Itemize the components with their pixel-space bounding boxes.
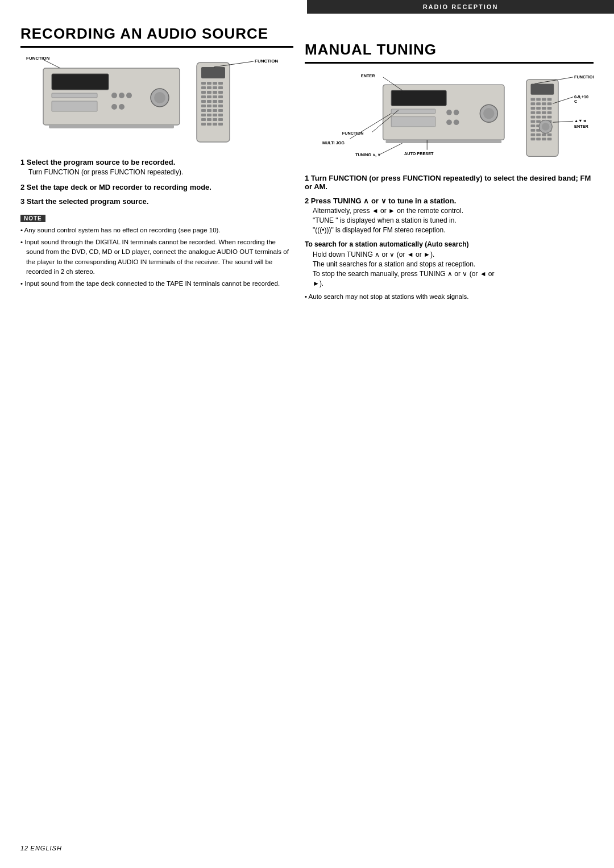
svg-rect-40 [213, 109, 217, 112]
svg-text:C: C [574, 99, 578, 104]
svg-point-5 [126, 93, 132, 98]
svg-rect-20 [213, 86, 217, 89]
svg-text:FUNCTION: FUNCTION [574, 74, 594, 80]
svg-rect-38 [201, 109, 206, 112]
svg-rect-29 [218, 95, 223, 98]
svg-text:ENTER: ENTER [361, 73, 375, 78]
right-title: Manual Tuning [305, 41, 594, 64]
svg-rect-45 [218, 114, 223, 116]
svg-rect-96 [547, 111, 552, 114]
header-bar: Radio Reception [307, 0, 614, 14]
right-step-1: 1 Turn FUNCTION (or press FUNCTION repea… [305, 174, 594, 191]
svg-rect-11 [49, 125, 174, 128]
svg-rect-19 [207, 86, 211, 89]
right-device-diagram: AUTO PRESET TUNING ∧, ∨ MULTI JOG FUNCTI… [305, 73, 594, 164]
svg-rect-17 [218, 82, 223, 85]
right-steps: 1 Turn FUNCTION (or press FUNCTION repea… [305, 174, 594, 235]
right-note-item: Auto search may not stop at stations wit… [305, 292, 594, 302]
left-step-2-num: 2 [20, 183, 27, 191]
page-content: Recording an Audio Source [0, 0, 614, 327]
svg-rect-23 [207, 91, 211, 94]
svg-rect-44 [213, 114, 217, 116]
svg-point-122 [542, 123, 550, 131]
svg-rect-52 [213, 123, 217, 126]
svg-rect-100 [547, 116, 552, 119]
right-step-2-num: 2 [305, 197, 311, 205]
svg-rect-8 [52, 101, 97, 111]
header-label: Radio Reception [423, 3, 499, 10]
svg-rect-102 [536, 120, 541, 123]
left-column: Recording an Audio Source [20, 25, 293, 304]
svg-rect-14 [201, 82, 206, 85]
note-item-1: Any sound control system has no effect o… [20, 226, 293, 235]
right-step-2-header: 2 Press TUNING ∧ or ∨ to tune in a stati… [305, 197, 594, 205]
auto-search-body: Hold down TUNING ∧ or ∨ (or ◄ or ►). The… [313, 250, 594, 288]
left-step-1-num: 1 [20, 158, 27, 166]
svg-rect-91 [542, 107, 546, 110]
left-step-3-num: 3 [20, 197, 27, 206]
svg-rect-99 [542, 116, 546, 119]
svg-rect-28 [213, 95, 217, 98]
svg-text:FUNCTION: FUNCTION [26, 57, 50, 61]
svg-rect-2 [52, 93, 97, 98]
svg-point-62 [454, 110, 459, 115]
svg-rect-89 [531, 107, 536, 110]
svg-rect-31 [207, 100, 211, 103]
svg-rect-93 [531, 111, 536, 114]
svg-rect-115 [542, 133, 546, 136]
svg-text:TUNING ∧, ∨: TUNING ∧, ∨ [355, 152, 380, 157]
note-label: NOTE [20, 215, 45, 222]
left-step-3-header: 3 Start the selected program source. [20, 197, 293, 206]
svg-rect-37 [218, 105, 223, 107]
svg-rect-50 [201, 123, 206, 126]
note-box: NOTE Any sound control system has no eff… [20, 214, 293, 289]
svg-rect-59 [391, 90, 446, 106]
right-col-inner: Manual Tuning [305, 41, 594, 302]
svg-point-7 [154, 92, 165, 103]
svg-rect-117 [531, 137, 536, 140]
svg-rect-21 [218, 86, 223, 89]
svg-point-66 [446, 119, 452, 125]
svg-rect-120 [547, 137, 552, 140]
svg-rect-98 [536, 116, 541, 119]
svg-rect-84 [547, 98, 552, 101]
svg-rect-95 [542, 111, 546, 114]
page-num-value: 12 [20, 845, 28, 852]
right-step-1-num: 1 [305, 174, 311, 182]
svg-rect-46 [201, 118, 206, 121]
svg-point-4 [119, 93, 125, 98]
svg-rect-119 [542, 137, 546, 140]
left-device-diagram: FUNCTION FUNCTION [20, 57, 293, 148]
svg-rect-85 [531, 102, 536, 105]
svg-rect-80 [531, 84, 554, 94]
svg-rect-86 [536, 102, 541, 105]
svg-rect-97 [531, 116, 536, 119]
left-step-1: 1 Select the program source to be record… [20, 158, 293, 177]
right-step-1-header: 1 Turn FUNCTION (or press FUNCTION repea… [305, 174, 594, 191]
svg-text:MULTI JOG: MULTI JOG [322, 140, 345, 145]
svg-point-9 [111, 104, 117, 110]
svg-point-64 [483, 108, 494, 119]
svg-point-67 [454, 119, 459, 125]
svg-rect-36 [213, 105, 217, 107]
svg-point-10 [119, 104, 125, 110]
svg-rect-68 [385, 140, 501, 143]
svg-rect-22 [201, 91, 206, 94]
left-step-2: 2 Set the tape deck or MD recorder to re… [20, 183, 293, 191]
svg-rect-82 [536, 98, 541, 101]
left-device-svg: FUNCTION FUNCTION [20, 57, 293, 148]
right-column: Manual Tuning [305, 25, 594, 304]
svg-rect-109 [531, 129, 536, 132]
svg-text:FUNCTION: FUNCTION [342, 131, 364, 136]
svg-rect-60 [391, 109, 435, 114]
svg-text:FUNCTION: FUNCTION [255, 59, 279, 64]
note-items: Any sound control system has no effect o… [20, 226, 293, 289]
svg-text:0-9,+10: 0-9,+10 [574, 94, 588, 99]
svg-rect-94 [536, 111, 541, 114]
page-number: 12 English [20, 844, 62, 852]
svg-rect-26 [201, 95, 206, 98]
svg-rect-101 [531, 120, 536, 123]
svg-rect-43 [207, 114, 211, 116]
right-device-svg: AUTO PRESET TUNING ∧, ∨ MULTI JOG FUNCTI… [305, 73, 594, 164]
svg-rect-87 [542, 102, 546, 105]
